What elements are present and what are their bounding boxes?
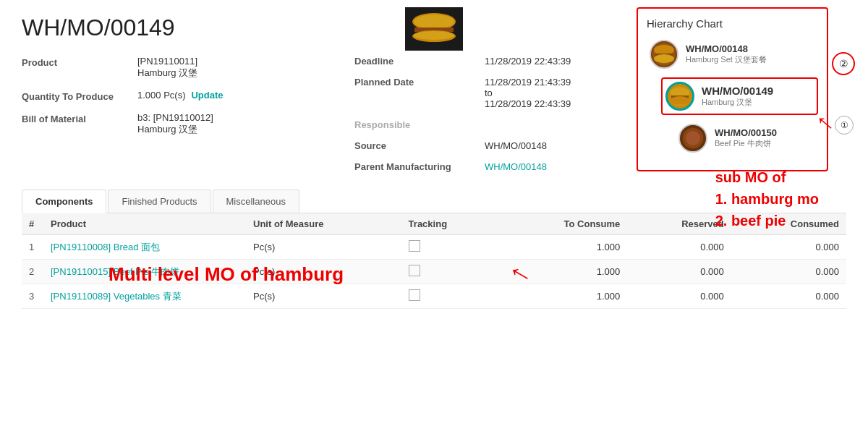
bom-link1[interactable]: b3: [PN19110012] [137,112,213,123]
planned-date1: 11/28/2019 21:43:39 [485,77,571,88]
hierarchy-mo-2: WH/MO/00150 [715,127,777,138]
cell-num: 1 [22,235,43,260]
cell-uom: Pc(s) [246,235,401,260]
cell-tracking [401,235,498,260]
cell-consumed: 0.000 [731,235,846,260]
main-page: WH/MO/00149 Product [PN19110011] Hamburg… [0,0,868,434]
hierarchy-info-1: WH/MO/00149 Hamburg 汉堡 [702,85,773,108]
hierarchy-name-0: Hamburg Set 汉堡套餐 [686,54,767,65]
svg-point-8 [671,88,689,97]
product-link1[interactable]: [PN19110011] [137,56,197,67]
annotation-sub-line1: sub MO of [715,166,819,188]
cell-num: 2 [22,260,43,284]
checkbox-icon[interactable] [409,265,420,276]
product-value: [PN19110011] Hamburg 汉堡 [137,56,197,80]
qty-value: 1.000 Pc(s) Update [137,90,224,101]
svg-point-4 [414,31,454,40]
update-button[interactable]: Update [191,90,223,101]
deadline-label: Deadline [354,56,485,67]
hierarchy-title: Hierarchy Chart [647,17,818,30]
checkbox-icon[interactable] [409,289,420,301]
tab-components[interactable]: Components [22,190,106,213]
planned-to: to [485,88,571,98]
hierarchy-avatar-0 [650,40,678,69]
cell-reserved: 0.000 [627,235,731,260]
qty-row: Quantity To Produce 1.000 Pc(s) Update [22,90,311,102]
checkbox-icon[interactable] [409,240,420,252]
hierarchy-avatar-2 [678,124,707,153]
cell-reserved: 0.000 [627,260,731,284]
planned-label: Planned Date [354,77,485,88]
hierarchy-item-2[interactable]: WH/MO/00150 Beef Pie 牛肉饼 [676,121,818,156]
hierarchy-panel: Hierarchy Chart WH/MO/00148 Hamburg Set … [637,7,828,171]
svg-point-10 [671,96,689,104]
responsible-label: Responsible [354,119,485,130]
product-label: Product [22,56,137,68]
bom-row: Bill of Material b3: [PN19110012] Hambur… [22,112,311,136]
badge-2: ② [832,52,855,75]
bom-label: Bill of Material [22,112,137,124]
burger-image [405,7,463,51]
col-tracking: Tracking [401,213,498,235]
source-row: Source WH/MO/00148 [354,140,644,151]
product-row: Product [PN19110011] Hamburg 汉堡 [22,56,311,80]
cell-consumed: 0.000 [731,284,846,309]
parent-label: Parent Manufacturing [354,161,485,172]
svg-point-1 [414,14,454,29]
hierarchy-name-2: Beef Pie 牛肉饼 [715,138,777,149]
svg-point-12 [686,131,700,145]
parent-row: Parent Manufacturing WH/MO/00148 [354,161,644,172]
planned-row: Planned Date 11/28/2019 21:43:39 to 11/2… [354,77,644,109]
cell-num: 3 [22,284,43,309]
col-uom: Unit of Measure [246,213,401,235]
hierarchy-item-1[interactable]: WH/MO/00149 Hamburg 汉堡 [661,77,818,115]
bom-link2[interactable]: Hamburg 汉堡 [137,123,213,136]
tab-finished-products[interactable]: Finished Products [108,190,210,213]
col-num: # [22,213,43,235]
annotation-main: Multi level MO of hamburg [109,263,344,286]
hierarchy-info-0: WH/MO/00148 Hamburg Set 汉堡套餐 [686,43,767,65]
hierarchy-mo-1: WH/MO/00149 [702,85,773,97]
annotation-sub-line2: 1. hamburg mo [715,188,819,210]
cell-reserved: 0.000 [627,284,731,309]
hierarchy-name-1: Hamburg 汉堡 [702,97,773,108]
col-to-consume: To Consume [498,213,628,235]
responsible-row: Responsible [354,119,644,130]
parent-value[interactable]: WH/MO/00148 [485,161,547,172]
hierarchy-info-2: WH/MO/00150 Beef Pie 牛肉饼 [715,127,777,149]
planned-value: 11/28/2019 21:43:39 to 11/28/2019 22:43:… [485,77,571,109]
cell-uom: Pc(s) [246,284,401,309]
annotation-sub: sub MO of 1. hamburg mo 2. beef pie [715,166,819,231]
hierarchy-box: Hierarchy Chart WH/MO/00148 Hamburg Set … [637,7,828,171]
annotation-sub-line3: 2. beef pie [715,210,819,231]
cell-tracking [401,260,498,284]
table-row: 1 [PN19110008] Bread 面包 Pc(s) 1.000 0.00… [22,235,846,260]
cell-product[interactable]: [PN19110008] Bread 面包 [43,235,246,260]
svg-point-7 [654,54,674,63]
source-value: WH/MO/00148 [485,140,547,151]
hierarchy-mo-0: WH/MO/00148 [686,43,767,54]
deadline-value: 11/28/2019 22:43:39 [485,56,571,67]
left-form: Product [PN19110011] Hamburg 汉堡 Quantity… [22,56,311,182]
svg-point-5 [654,45,674,55]
hierarchy-avatar-1 [665,82,694,111]
planned-date2: 11/28/2019 22:43:39 [485,98,571,109]
deadline-row: Deadline 11/28/2019 22:43:39 [354,56,644,67]
cell-tracking [401,284,498,309]
cell-consumed: 0.000 [731,260,846,284]
source-label: Source [354,140,485,151]
product-link2[interactable]: Hamburg 汉堡 [137,67,197,80]
table-row: 3 [PN19110089] Vegetables 青菜 Pc(s) 1.000… [22,284,846,309]
hierarchy-item-0[interactable]: WH/MO/00148 Hamburg Set 汉堡套餐 [647,37,818,72]
cell-product[interactable]: [PN19110089] Vegetables 青菜 [43,284,246,309]
tab-miscellaneous[interactable]: Miscellaneous [213,190,299,213]
col-product: Product [43,213,246,235]
bom-value: b3: [PN19110012] Hamburg 汉堡 [137,112,213,136]
qty-label: Quantity To Produce [22,90,137,102]
burger-svg [409,11,459,47]
qty-text: 1.000 Pc(s) [137,90,185,101]
